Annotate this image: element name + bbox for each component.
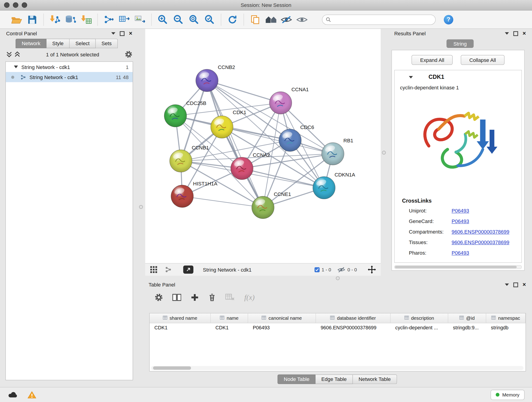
node-HIST1H1A[interactable] — [171, 185, 193, 207]
column-header-description[interactable]: description — [390, 313, 448, 323]
warning-icon[interactable] — [27, 390, 36, 399]
panel-menu-icon[interactable] — [505, 32, 509, 35]
column-header-canonical-name[interactable]: canonical name — [248, 313, 316, 323]
crosslink-value-link[interactable]: 9606.ENSP00000378699 — [452, 239, 509, 245]
gear-icon[interactable] — [125, 51, 133, 58]
cloud-icon[interactable] — [7, 391, 18, 399]
results-horizontal-scrollbar[interactable] — [394, 265, 522, 269]
protein-section-header[interactable]: CDK1 — [394, 70, 521, 84]
panel-menu-icon[interactable] — [111, 32, 115, 35]
zoom-fit-button[interactable] — [186, 12, 202, 27]
tab-edge-table[interactable]: Edge Table — [316, 375, 353, 384]
zoom-selected-button[interactable] — [202, 12, 217, 27]
collapse-all-button[interactable]: Collapse All — [461, 55, 504, 65]
add-column-icon[interactable] — [191, 293, 199, 302]
tab-sets[interactable]: Sets — [96, 39, 118, 48]
memory-button[interactable]: Memory — [491, 390, 525, 400]
expand-all-button[interactable]: Expand All — [412, 55, 453, 65]
table-cell[interactable]: P06493 — [248, 325, 316, 331]
tab-string[interactable]: String — [447, 39, 473, 48]
node-CCNA2[interactable] — [231, 157, 253, 180]
node-CDC6[interactable] — [279, 129, 301, 152]
gear-icon[interactable] — [155, 293, 163, 302]
column-header-shared-name[interactable]: shared name — [150, 313, 211, 323]
tab-style[interactable]: Style — [46, 39, 70, 48]
collection-expand-icon[interactable] — [14, 65, 18, 68]
table-row[interactable]: CDK1CDK1P064939606.ENSP00000378699cyclin… — [150, 323, 526, 332]
close-panel-icon[interactable]: × — [129, 31, 133, 36]
expand-all-icon[interactable] — [14, 51, 20, 57]
open-in-window-button[interactable] — [183, 265, 193, 274]
horizontal-splitter-handle[interactable] — [336, 276, 340, 280]
crosslink-value-link[interactable]: P06493 — [452, 250, 469, 255]
hide-selected-button[interactable] — [279, 12, 294, 27]
export-table-button[interactable] — [117, 12, 132, 27]
tab-select[interactable]: Select — [70, 39, 96, 48]
node-CCNE1[interactable] — [252, 196, 274, 219]
column-header-database-identifier[interactable]: database identifier — [316, 313, 391, 323]
tab-network-table[interactable]: Network Table — [353, 375, 397, 384]
network-small-icon[interactable] — [165, 266, 172, 273]
import-table-from-file-button[interactable] — [78, 12, 94, 27]
search-field[interactable] — [322, 14, 436, 25]
node-CCNB2[interactable] — [196, 69, 218, 92]
network-collection-row[interactable]: String Network - cdk1 1 — [6, 62, 133, 72]
pan-crosshair-icon[interactable] — [368, 265, 376, 274]
node-RB1[interactable] — [322, 143, 344, 165]
import-network-from-database-button[interactable] — [63, 12, 78, 27]
export-network-button[interactable] — [101, 12, 117, 27]
export-image-button[interactable] — [133, 12, 148, 27]
table-cell[interactable]: CDK1 — [150, 325, 211, 331]
table-cell[interactable]: cyclin-dependent ... — [390, 325, 448, 331]
show-all-button[interactable] — [294, 12, 310, 27]
collapse-all-icon[interactable] — [6, 51, 12, 57]
search-input[interactable] — [333, 17, 432, 23]
table-cell[interactable]: stringdb — [486, 325, 526, 331]
copy-button[interactable] — [247, 12, 263, 27]
float-panel-icon[interactable] — [513, 31, 518, 36]
table-horizontal-scrollbar[interactable] — [151, 366, 524, 370]
column-header-namespac[interactable]: namespac — [486, 313, 526, 323]
table-cell[interactable]: 9606.ENSP00000378699 — [316, 325, 391, 331]
zoom-out-button[interactable] — [171, 12, 186, 27]
float-panel-icon[interactable] — [120, 31, 125, 36]
node-CDK1[interactable] — [211, 116, 233, 138]
help-button[interactable]: ? — [444, 15, 453, 24]
right-splitter-handle[interactable] — [382, 151, 386, 154]
show-columns-icon[interactable] — [172, 294, 181, 301]
crosslink-value-link[interactable]: 9606.ENSP00000378699 — [452, 229, 509, 235]
network-canvas[interactable]: CCNB2CCNA1CDC25BCDK1CDC6RB1CCNB1CCNA2CDK… — [145, 29, 381, 263]
string-network-graph[interactable]: CCNB2CCNA1CDC25BCDK1CDC6RB1CCNB1CCNA2CDK… — [145, 29, 381, 263]
float-panel-icon[interactable] — [513, 282, 518, 287]
open-session-button[interactable] — [9, 12, 25, 27]
network-row[interactable]: String Network - cdk1 11 48 — [6, 72, 133, 82]
save-session-button[interactable] — [25, 12, 40, 27]
tab-network[interactable]: Network — [16, 39, 46, 48]
import-network-from-file-button[interactable] — [47, 12, 63, 27]
edge-CCNE1-CCNB2[interactable] — [207, 80, 263, 207]
column-header-name[interactable]: name — [211, 313, 248, 323]
panel-menu-icon[interactable] — [505, 283, 509, 286]
edge-CCNB2-CCNA1[interactable] — [207, 80, 280, 103]
node-CDC25B[interactable] — [164, 104, 187, 127]
close-panel-icon[interactable]: × — [523, 31, 526, 36]
table-cell[interactable]: stringdb:9... — [448, 325, 486, 331]
node-CDKN1A[interactable] — [313, 177, 335, 199]
tab-node-table[interactable]: Node Table — [278, 375, 316, 384]
selected-checkbox-icon[interactable] — [315, 267, 320, 272]
delete-column-icon[interactable] — [208, 293, 216, 302]
crosslink-value-link[interactable]: P06493 — [452, 218, 469, 224]
node-CCNB1[interactable] — [170, 150, 192, 172]
grid-view-icon[interactable] — [150, 266, 158, 274]
birdseye-navigator-button[interactable] — [263, 12, 279, 27]
left-splitter-handle[interactable] — [139, 205, 143, 209]
refresh-button[interactable] — [225, 12, 240, 27]
crosslink-value-link[interactable]: P06493 — [452, 208, 469, 214]
node-CCNA1[interactable] — [269, 92, 292, 114]
column-header--id[interactable]: @id — [448, 313, 486, 323]
table-cell[interactable]: CDK1 — [211, 325, 248, 331]
section-collapse-icon[interactable] — [409, 76, 413, 78]
edge-HIST1H1A-CCNE1[interactable] — [182, 196, 263, 207]
close-panel-icon[interactable]: × — [523, 282, 526, 288]
zoom-in-button[interactable] — [155, 12, 171, 27]
